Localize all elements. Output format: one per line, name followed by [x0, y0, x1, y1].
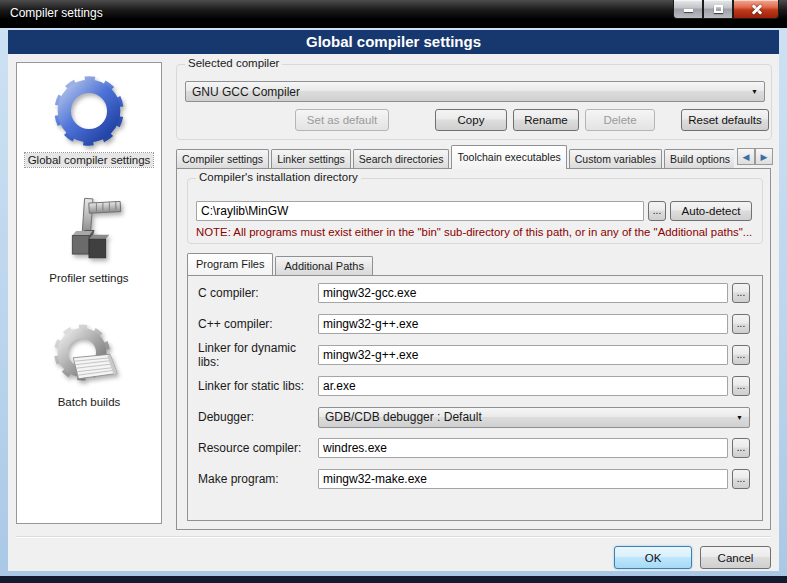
titlebar: Compiler settings: [0, 0, 787, 28]
field-label: C++ compiler:: [198, 317, 318, 331]
tab-linker-settings[interactable]: Linker settings: [271, 149, 351, 169]
tab-scroll-buttons: ◀ ▶: [737, 148, 773, 165]
subtab-program-files[interactable]: Program Files: [187, 253, 273, 275]
toolchain-field-row: Linker for static libs:...: [198, 376, 750, 396]
tab-scroll-right-button[interactable]: ▶: [755, 148, 773, 165]
field-label: Linker for dynamic libs:: [198, 341, 318, 369]
subtab-strip: Program FilesAdditional Paths: [187, 253, 375, 275]
install-directory-note: NOTE: All programs must exist either in …: [196, 226, 762, 238]
install-directory-input[interactable]: [196, 201, 644, 221]
toolchain-field-row: Debugger:GDB/CDB debugger : Default▼: [198, 407, 750, 427]
toolchain-executables-panel: Compiler's installation directory ... Au…: [176, 168, 771, 530]
browse-button[interactable]: ...: [732, 438, 750, 458]
install-directory-group: Compiler's installation directory ... Au…: [187, 178, 763, 244]
selected-compiler-group: Selected compiler GNU GCC Compiler ▼ Set…: [176, 64, 772, 140]
selected-compiler-group-label: Selected compiler: [185, 57, 282, 69]
sidebar-item-label: Profiler settings: [46, 271, 131, 285]
linker-for-static-libs-input[interactable]: [318, 376, 728, 396]
c-compiler-input[interactable]: [318, 283, 728, 303]
field-label: Make program:: [198, 472, 318, 486]
sidebar: Global compiler settingsProfiler setting…: [16, 62, 162, 524]
restore-icon: [714, 5, 723, 13]
minimize-button[interactable]: [673, 0, 703, 19]
field-label: Resource compiler:: [198, 441, 318, 455]
delete-button[interactable]: Delete: [585, 109, 655, 131]
selected-compiler-dropdown[interactable]: GNU GCC Compiler ▼: [185, 81, 765, 102]
window-controls: [673, 0, 779, 19]
field-label: Debugger:: [198, 410, 318, 424]
autodetect-button[interactable]: Auto-detect: [670, 201, 752, 221]
tab-compiler-settings[interactable]: Compiler settings: [176, 149, 269, 169]
close-button[interactable]: [733, 0, 779, 19]
tab-scroll-left-button[interactable]: ◀: [737, 148, 755, 165]
toolchain-field-row: Make program:...: [198, 469, 750, 489]
minimize-icon: [684, 9, 693, 12]
field-label: Linker for static libs:: [198, 379, 318, 393]
field-label: C compiler:: [198, 286, 318, 300]
debugger-dropdown[interactable]: GDB/CDB debugger : Default▼: [318, 407, 750, 428]
linker-for-dynamic-libs-input[interactable]: [318, 345, 728, 365]
reset-defaults-button[interactable]: Reset defaults: [681, 109, 769, 131]
tab-custom-variables[interactable]: Custom variables: [569, 149, 662, 169]
toolchain-field-row: C compiler:...: [198, 283, 750, 303]
install-directory-browse-button[interactable]: ...: [648, 201, 666, 221]
sidebar-item-batch-builds[interactable]: Batch builds: [52, 321, 126, 409]
tab-toolchain-executables[interactable]: Toolchain executables: [451, 145, 566, 169]
grey-gear-icon: [52, 321, 126, 391]
chevron-down-icon: ▼: [736, 414, 743, 421]
window-title: Compiler settings: [10, 6, 103, 20]
browse-button[interactable]: ...: [732, 314, 750, 334]
toolchain-field-row: Resource compiler:...: [198, 438, 750, 458]
chevron-down-icon: ▼: [751, 88, 758, 95]
browse-button[interactable]: ...: [732, 283, 750, 303]
compiler-actions: Set as defaultCopyRenameDeleteReset defa…: [177, 109, 773, 131]
make-program-input[interactable]: [318, 469, 728, 489]
browse-button[interactable]: ...: [732, 345, 750, 365]
sidebar-item-label: Global compiler settings: [25, 153, 154, 167]
compiler-settings-window: Compiler settings Global compiler settin…: [0, 0, 787, 583]
caliper-icon: [51, 193, 127, 267]
footer-separator: [16, 536, 771, 538]
copy-button[interactable]: Copy: [435, 109, 507, 131]
browse-button[interactable]: ...: [732, 376, 750, 396]
blue-gear-icon: [50, 73, 128, 149]
cancel-button[interactable]: Cancel: [700, 546, 771, 569]
browse-button[interactable]: ...: [732, 469, 750, 489]
banner-title: Global compiler settings: [8, 30, 779, 54]
ok-button[interactable]: OK: [614, 546, 692, 569]
dropdown-value: GDB/CDB debugger : Default: [325, 410, 482, 424]
rename-button[interactable]: Rename: [513, 109, 579, 131]
sidebar-item-profiler-settings[interactable]: Profiler settings: [46, 193, 131, 285]
set-as-default-button[interactable]: Set as default: [295, 109, 389, 131]
restore-button[interactable]: [703, 0, 733, 19]
sidebar-item-label: Batch builds: [55, 395, 124, 409]
window-bottom-edge: [0, 576, 787, 583]
selected-compiler-value: GNU GCC Compiler: [192, 85, 300, 99]
c-compiler-input[interactable]: [318, 314, 728, 334]
toolchain-field-row: Linker for dynamic libs:...: [198, 345, 750, 365]
subtab-additional-paths[interactable]: Additional Paths: [275, 256, 373, 275]
dialog-content: Global compiler settingsProfiler setting…: [8, 54, 779, 571]
toolchain-field-row: C++ compiler:...: [198, 314, 750, 334]
install-directory-group-label: Compiler's installation directory: [196, 171, 361, 183]
sidebar-item-global-compiler-settings[interactable]: Global compiler settings: [25, 73, 154, 167]
tab-strip: Compiler settingsLinker settingsSearch d…: [176, 145, 734, 169]
program-files-fields: C compiler:...C++ compiler:...Linker for…: [187, 275, 763, 521]
tab-search-directories[interactable]: Search directories: [353, 149, 450, 169]
resource-compiler-input[interactable]: [318, 438, 728, 458]
tab-build-options[interactable]: Build options: [664, 149, 734, 169]
